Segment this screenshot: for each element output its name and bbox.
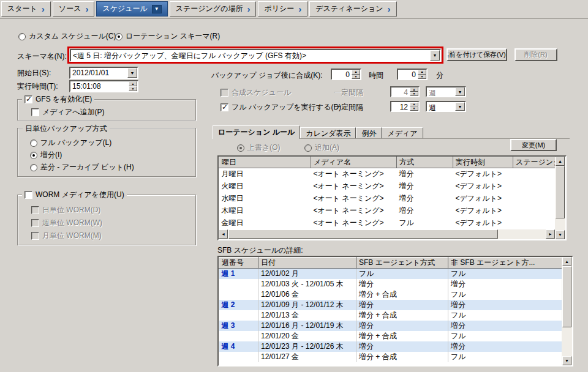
spin-down-icon[interactable]: ▼ — [410, 106, 418, 111]
scroll-up-icon[interactable]: ▲ — [562, 257, 571, 266]
checkbox-icon — [221, 89, 228, 97]
synthesis-schedule-label: 合成スケジュール — [232, 87, 291, 98]
differential-radio[interactable]: 差分 - アーカイブ ビット(H) — [30, 162, 134, 173]
append-radio: 追加(A) — [304, 143, 339, 153]
arrow-right-icon: › — [247, 6, 250, 12]
table-row[interactable]: 木曜日<オート ネーミング>増分<デフォルト> — [219, 205, 556, 217]
spin-down-icon[interactable]: ▼ — [129, 86, 137, 91]
scroll-down-icon[interactable]: ▼ — [556, 230, 565, 239]
tab-start[interactable]: スタート › — [1, 1, 51, 17]
exec-time-spinner[interactable]: 15:01:08 ▲ ▼ — [69, 80, 138, 92]
tab-calendar-view[interactable]: カレンダ表示 — [300, 127, 356, 139]
table-row[interactable]: 金曜日<オート ネーミング>フル<デフォルト> — [219, 217, 556, 229]
daily-method-title: 日単位バックアップ方式 — [23, 124, 110, 134]
radio-icon — [30, 152, 37, 159]
spin-up-icon[interactable]: ▲ — [352, 70, 360, 75]
save-as-button[interactable]: 名前を付けて保存(V)... — [447, 48, 507, 61]
schedule-interval-spinner: 4 ▲ ▼ — [390, 86, 420, 97]
exec-time-value: 15:01:08 — [70, 81, 129, 91]
full-backup-checkbox[interactable]: フル バックアップを実行する(D) — [221, 102, 341, 113]
synthesize-hours-spinner[interactable]: 0 ▲ ▼ — [331, 69, 361, 80]
minutes-value: 0 — [398, 70, 418, 79]
scrollbar-thumb[interactable] — [562, 266, 571, 327]
table-row[interactable]: 週 112/01/02 月フルフル — [219, 269, 562, 280]
table-row[interactable]: 月曜日<オート ネーミング>増分<デフォルト> — [219, 168, 556, 180]
rotation-schema-label: ローテーション スキーマ(R) — [126, 31, 220, 42]
vertical-scrollbar[interactable]: ▲ ▼ — [562, 257, 572, 365]
dropdown-arrow-icon[interactable]: ▼ — [455, 102, 465, 111]
scrollbar-thumb[interactable] — [228, 229, 498, 239]
append-media-checkbox[interactable]: メディアへ追加(P) — [31, 107, 104, 117]
schema-name-combobox[interactable]: <週 5 日: 増分バックアップ、金曜日にフル バックアップ (GFS 有効)>… — [70, 49, 441, 62]
scroll-down-icon[interactable]: ▼ — [562, 356, 571, 365]
gfs-enable-checkbox[interactable]: GFS を有効化(E) — [22, 94, 94, 105]
tab-exceptions[interactable]: 例外 — [356, 127, 382, 139]
table-row[interactable]: 12/01/06 金増分 + 合成フル — [219, 289, 562, 300]
arrow-right-icon: › — [85, 6, 88, 12]
column-header[interactable]: 非 SFB エージェント方... — [448, 258, 562, 269]
table-row[interactable]: 週 412/01/23 月 - 12/01/26 木増分増分 — [219, 341, 562, 352]
vertical-scrollbar[interactable]: ▲ ▼ — [555, 157, 565, 239]
tab-staging-location[interactable]: ステージングの場所 › — [170, 1, 257, 17]
incremental-radio[interactable]: 増分(I) — [30, 150, 62, 160]
table-header-row: 曜日 メディア名 方式 実行時刻 ステージング — [219, 157, 556, 168]
column-header[interactable]: 方式 — [397, 157, 453, 168]
wizard-tab-bar: スタート › ソース › スケジュール ▼ ステージングの場所 › ポリシー ›… — [0, 0, 588, 19]
column-header[interactable]: 日付 — [258, 258, 356, 269]
horizontal-scrollbar[interactable]: ◄ ► — [219, 229, 555, 239]
tab-destination[interactable]: デスティネーション › — [309, 1, 396, 17]
change-button[interactable]: 変更(M) — [510, 139, 557, 151]
table-row[interactable]: 週 312/01/16 月 - 12/01/19 木増分増分 — [219, 321, 562, 331]
table-row[interactable]: 火曜日<オート ネーミング>増分<デフォルト> — [219, 180, 556, 193]
full-backup-radio[interactable]: フル バックアップ(L) — [30, 138, 111, 148]
full-interval-unit-combobox[interactable]: 週 ▼ — [426, 101, 466, 112]
tab-rotation-rules[interactable]: ローテーション ルール — [213, 125, 300, 139]
dropdown-arrow-icon[interactable]: ▼ — [430, 50, 440, 61]
tab-label: スケジュール — [102, 4, 147, 14]
column-header[interactable]: ステージング — [513, 157, 556, 168]
start-date-combobox[interactable]: 2012/01/01 ▼ — [69, 67, 138, 79]
scroll-right-icon[interactable]: ► — [546, 229, 555, 239]
tab-schedule[interactable]: スケジュール ▼ — [96, 1, 167, 17]
spin-up-icon[interactable]: ▲ — [129, 81, 137, 86]
checkbox-icon — [31, 219, 39, 227]
table-row[interactable]: 12/01/03 火 - 12/01/05 木増分増分 — [219, 279, 562, 289]
worm-monthly-label: 月単位 WORM(M) — [42, 231, 102, 241]
arrow-right-icon: › — [298, 6, 301, 12]
scrollbar-thumb[interactable] — [556, 166, 565, 218]
table-row[interactable]: 12/01/27 金増分 + 合成フル — [219, 352, 562, 362]
column-header[interactable]: 実行時刻 — [453, 157, 513, 168]
rotation-schema-radio[interactable]: ローテーション スキーマ(R) — [115, 31, 220, 42]
worm-use-checkbox[interactable]: WORM メディアを使用(U) — [22, 190, 127, 200]
column-header[interactable]: メディア名 — [311, 157, 397, 168]
rotation-rules-list: 曜日 メディア名 方式 実行時刻 ステージング 月曜日<オート ネーミング>増分… — [217, 155, 567, 240]
column-header[interactable]: 曜日 — [219, 157, 311, 168]
table-header-row: 週番号 日付 SFB エージェント方式 非 SFB エージェント方... — [219, 258, 562, 269]
full-interval-spinner[interactable]: 12 ▲ ▼ — [390, 101, 420, 112]
synthesize-minutes-spinner[interactable]: 0 ▲ ▼ — [397, 69, 428, 80]
dropdown-arrow-icon[interactable]: ▼ — [127, 68, 137, 78]
table-row[interactable]: 週 212/01/09 月 - 12/01/12 木増分増分 — [219, 300, 562, 310]
tab-source[interactable]: ソース › — [53, 1, 95, 17]
checkbox-icon — [24, 95, 32, 103]
table-row[interactable]: 水曜日<オート ネーミング>増分<デフォルト> — [219, 193, 556, 205]
tab-label: ソース — [59, 4, 81, 14]
spin-down-icon[interactable]: ▼ — [418, 75, 426, 80]
scroll-left-icon[interactable]: ◄ — [219, 229, 228, 239]
table-row[interactable]: 12/01/13 金増分 + 合成フル — [219, 310, 562, 321]
spin-up-icon[interactable]: ▲ — [410, 102, 418, 106]
spin-up-icon[interactable]: ▲ — [418, 70, 426, 75]
tab-policy[interactable]: ポリシー › — [258, 1, 307, 17]
worm-group: WORM メディアを使用(U) 日単位 WORM(D) 週単位 WORM(W) … — [17, 195, 196, 245]
column-header[interactable]: 週番号 — [219, 258, 258, 269]
scroll-up-icon[interactable]: ▲ — [556, 157, 565, 166]
custom-schedule-radio[interactable]: カスタム スケジュール(C) — [18, 31, 116, 42]
sfb-details-title: SFB スケジュールの詳細: — [217, 245, 303, 256]
table-row[interactable]: 12/01/20 金増分 + 合成フル — [219, 331, 562, 341]
gfs-group: GFS を有効化(E) メディアへ追加(P) — [17, 99, 196, 121]
tab-media[interactable]: メディア — [382, 127, 423, 139]
arrow-right-icon: › — [42, 6, 45, 12]
spin-down-icon[interactable]: ▼ — [352, 75, 360, 80]
backup-schedule-wizard: スタート › ソース › スケジュール ▼ ステージングの場所 › ポリシー ›… — [0, 0, 588, 372]
column-header[interactable]: SFB エージェント方式 — [356, 258, 448, 269]
